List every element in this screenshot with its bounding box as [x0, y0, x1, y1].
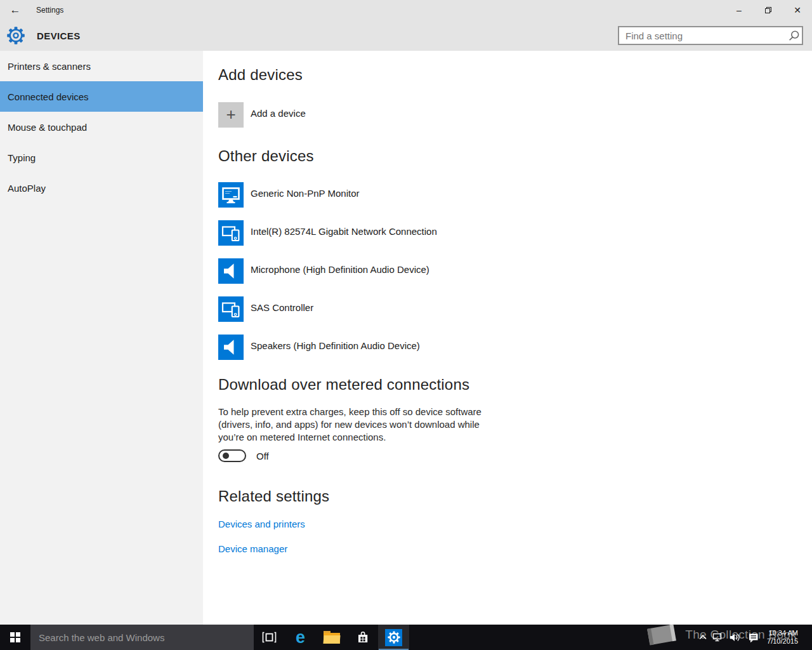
file-explorer-icon [324, 631, 340, 644]
device-name: Generic Non-PnP Monitor [251, 182, 359, 208]
settings-taskbar-button[interactable] [378, 625, 409, 650]
sidebar-item-printers-scanners[interactable]: Printers & scanners [0, 51, 203, 81]
action-center-icon[interactable] [744, 625, 763, 650]
monitor-icon [218, 182, 244, 208]
device-row-sas-controller[interactable]: SAS Controller [218, 296, 812, 322]
close-icon: ✕ [794, 5, 801, 15]
app-header: ← Settings – ✕ [0, 0, 812, 51]
add-device-label: Add a device [251, 102, 306, 128]
page-title: DEVICES [37, 30, 81, 41]
titlebar: ← Settings – ✕ [0, 0, 812, 20]
metered-heading: Download over metered connections [218, 376, 812, 394]
clock-time: 10:34 AM [767, 629, 798, 637]
speaker-icon [218, 258, 244, 284]
metered-toggle-row: Off [218, 449, 812, 462]
sidebar-item-label: Typing [8, 152, 36, 163]
taskbar: e [0, 625, 812, 650]
window-title: Settings [36, 6, 63, 15]
minimize-button[interactable]: – [724, 0, 754, 20]
minimize-icon: – [737, 5, 742, 15]
sidebar-item-label: AutoPlay [8, 183, 46, 194]
related-settings-heading: Related settings [218, 488, 812, 505]
device-manager-link[interactable]: Device manager [218, 543, 287, 554]
settings-window: ← Settings – ✕ [0, 0, 812, 650]
back-button[interactable]: ← [0, 0, 30, 20]
task-view-button[interactable] [254, 625, 285, 650]
device-row-network[interactable]: Intel(R) 82574L Gigabit Network Connecti… [218, 220, 812, 246]
sidebar-item-label: Connected devices [8, 91, 89, 102]
device-name: Microphone (High Definition Audio Device… [251, 258, 429, 284]
search-input[interactable] [619, 27, 785, 44]
add-devices-heading: Add devices [218, 66, 812, 84]
sidebar-item-label: Printers & scanners [8, 61, 91, 72]
taskbar-clock[interactable]: 10:34 AM 7/10/2015 [767, 629, 798, 646]
toggle-state-label: Off [256, 451, 269, 461]
network-icon[interactable] [710, 625, 726, 650]
main-content: Add devices + Add a device Other devices [203, 51, 812, 625]
device-row-monitor[interactable]: Generic Non-PnP Monitor [218, 182, 812, 208]
sidebar-item-label: Mouse & touchpad [8, 122, 87, 133]
sidebar: Printers & scanners Connected devices Mo… [0, 51, 203, 625]
windows-logo-icon [10, 632, 20, 642]
window-controls: – ✕ [724, 0, 812, 20]
system-tray: 10:34 AM 7/10/2015 [696, 625, 812, 650]
speaker-icon [218, 335, 244, 360]
plus-icon[interactable]: + [218, 102, 244, 128]
devices-and-printers-link[interactable]: Devices and printers [218, 519, 305, 529]
device-row-speakers[interactable]: Speakers (High Definition Audio Device) [218, 335, 812, 360]
restore-icon [764, 6, 772, 14]
search-icon[interactable] [785, 30, 802, 42]
close-button[interactable]: ✕ [783, 0, 812, 20]
taskbar-spacer [409, 625, 696, 650]
device-name: Intel(R) 82574L Gigabit Network Connecti… [251, 220, 437, 246]
store-icon [355, 630, 370, 645]
add-device-button[interactable]: + Add a device [218, 102, 812, 128]
taskbar-search-input[interactable] [30, 625, 254, 650]
clock-date: 7/10/2015 [767, 637, 798, 646]
device-name: Speakers (High Definition Audio Device) [251, 335, 420, 360]
store-button[interactable] [347, 625, 378, 650]
sidebar-item-autoplay[interactable]: AutoPlay [0, 173, 203, 203]
toggle-knob [223, 453, 229, 459]
metered-toggle[interactable] [218, 449, 246, 462]
find-setting-search[interactable] [618, 26, 803, 45]
page-header-row: DEVICES [0, 20, 812, 51]
devices-icon [218, 296, 244, 322]
restore-button[interactable] [754, 0, 783, 20]
sidebar-item-mouse-touchpad[interactable]: Mouse & touchpad [0, 112, 203, 142]
file-explorer-button[interactable] [316, 625, 347, 650]
volume-icon[interactable] [726, 625, 744, 650]
back-arrow-icon: ← [10, 4, 21, 16]
edge-button[interactable]: e [285, 625, 316, 650]
devices-icon [218, 220, 244, 246]
metered-description: To help prevent extra charges, keep this… [218, 406, 812, 444]
other-devices-heading: Other devices [218, 147, 812, 165]
device-name: SAS Controller [251, 296, 313, 322]
device-row-microphone[interactable]: Microphone (High Definition Audio Device… [218, 258, 812, 284]
start-button[interactable] [0, 625, 30, 650]
edge-icon: e [296, 629, 305, 646]
settings-gear-icon [6, 25, 26, 46]
device-list: Generic Non-PnP Monitor Intel(R) 82574L … [218, 182, 812, 360]
app-body: Printers & scanners Connected devices Mo… [0, 51, 812, 625]
taskbar-search[interactable] [30, 625, 254, 650]
task-view-icon [261, 630, 277, 644]
tray-chevron-up-icon[interactable] [696, 625, 710, 650]
settings-app-icon [385, 629, 402, 646]
sidebar-item-connected-devices[interactable]: Connected devices [0, 81, 203, 112]
sidebar-item-typing[interactable]: Typing [0, 142, 203, 173]
